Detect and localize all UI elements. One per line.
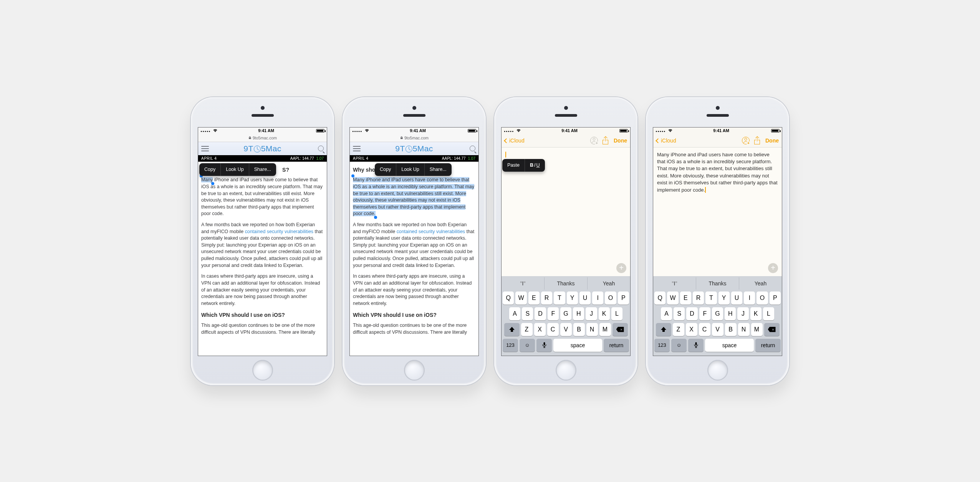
- key-123[interactable]: 123: [654, 339, 670, 352]
- article-link[interactable]: contained security vulnerabilities: [245, 229, 313, 234]
- suggestion-3[interactable]: Yeah: [739, 277, 782, 290]
- key-g[interactable]: G: [712, 307, 723, 320]
- home-button[interactable]: [556, 360, 576, 381]
- key-w[interactable]: W: [667, 292, 678, 305]
- key-u[interactable]: U: [579, 292, 591, 305]
- share-action[interactable]: Share...: [424, 163, 452, 176]
- suggestion-2[interactable]: Thanks: [545, 277, 588, 290]
- key-dictation[interactable]: [688, 339, 704, 352]
- site-logo[interactable]: 9T 5 Mac: [243, 144, 281, 153]
- notes-editor[interactable]: Paste BIU +: [502, 147, 630, 276]
- add-collaborator-icon[interactable]: +: [590, 137, 598, 144]
- lookup-action[interactable]: Look Up: [220, 163, 249, 176]
- key-b[interactable]: B: [725, 323, 737, 336]
- share-icon[interactable]: [603, 137, 608, 144]
- key-o[interactable]: O: [605, 292, 616, 305]
- key-u[interactable]: U: [731, 292, 742, 305]
- key-e[interactable]: E: [680, 292, 691, 305]
- key-i[interactable]: I: [744, 292, 755, 305]
- key-n[interactable]: N: [738, 323, 750, 336]
- key-h[interactable]: H: [725, 307, 736, 320]
- search-icon[interactable]: [470, 146, 475, 151]
- key-j[interactable]: J: [586, 307, 597, 320]
- key-s[interactable]: S: [522, 307, 533, 320]
- suggestion-1[interactable]: "I": [502, 277, 545, 290]
- key-space[interactable]: space: [553, 339, 602, 352]
- key-x[interactable]: X: [534, 323, 546, 336]
- key-n[interactable]: N: [586, 323, 598, 336]
- lookup-action[interactable]: Look Up: [396, 163, 424, 176]
- key-backspace[interactable]: [612, 323, 628, 336]
- key-v[interactable]: V: [712, 323, 723, 336]
- key-shift[interactable]: [656, 323, 671, 336]
- key-g[interactable]: G: [560, 307, 571, 320]
- key-q[interactable]: Q: [654, 292, 665, 305]
- key-l[interactable]: L: [763, 307, 774, 320]
- selected-text[interactable]: Many: [201, 177, 213, 182]
- key-w[interactable]: W: [515, 292, 526, 305]
- key-a[interactable]: A: [661, 307, 672, 320]
- key-z[interactable]: Z: [521, 323, 533, 336]
- key-r[interactable]: R: [693, 292, 704, 305]
- key-o[interactable]: O: [757, 292, 768, 305]
- share-icon[interactable]: [754, 137, 760, 144]
- key-f[interactable]: F: [699, 307, 710, 320]
- key-x[interactable]: X: [686, 323, 697, 336]
- key-dictation[interactable]: [536, 339, 552, 352]
- key-space[interactable]: space: [705, 339, 754, 352]
- key-j[interactable]: J: [737, 307, 748, 320]
- attach-button[interactable]: +: [616, 263, 626, 273]
- home-button[interactable]: [707, 360, 728, 381]
- key-backspace[interactable]: [764, 323, 780, 336]
- suggestion-2[interactable]: Thanks: [696, 277, 739, 290]
- key-r[interactable]: R: [541, 292, 552, 305]
- attach-button[interactable]: +: [768, 263, 778, 273]
- site-logo[interactable]: 9T 5 Mac: [395, 144, 433, 153]
- key-b[interactable]: B: [573, 323, 585, 336]
- key-f[interactable]: F: [548, 307, 559, 320]
- copy-action[interactable]: Copy: [375, 163, 396, 176]
- search-icon[interactable]: [318, 146, 324, 151]
- menu-icon[interactable]: [201, 146, 209, 151]
- key-a[interactable]: A: [509, 307, 520, 320]
- article-body[interactable]: Copy Look Up Share... Why shou Many iPho…: [350, 162, 478, 356]
- key-k[interactable]: K: [750, 307, 761, 320]
- key-z[interactable]: Z: [673, 323, 684, 336]
- key-m[interactable]: M: [751, 323, 763, 336]
- key-return[interactable]: return: [755, 339, 781, 352]
- key-k[interactable]: K: [599, 307, 610, 320]
- done-button[interactable]: Done: [614, 137, 627, 144]
- article-body[interactable]: Copy Look Up Share... S? Many iPhone and…: [198, 162, 327, 356]
- key-return[interactable]: return: [604, 339, 629, 352]
- key-c[interactable]: C: [699, 323, 710, 336]
- safari-url-bar[interactable]: 🔒︎ 9to5mac.com: [198, 134, 327, 142]
- copy-action[interactable]: Copy: [199, 163, 220, 176]
- key-123[interactable]: 123: [503, 339, 518, 352]
- key-e[interactable]: E: [528, 292, 540, 305]
- key-t[interactable]: T: [705, 292, 717, 305]
- key-i[interactable]: I: [592, 292, 603, 305]
- notes-editor[interactable]: Many iPhone and iPad users have come to …: [653, 147, 782, 276]
- share-action[interactable]: Share...: [249, 163, 276, 176]
- key-p[interactable]: P: [618, 292, 629, 305]
- key-c[interactable]: C: [547, 323, 559, 336]
- back-button[interactable]: iCloud: [505, 137, 525, 144]
- key-q[interactable]: Q: [503, 292, 514, 305]
- key-v[interactable]: V: [560, 323, 572, 336]
- article-link[interactable]: contained security vulnerabilities: [397, 229, 465, 234]
- key-shift[interactable]: [504, 323, 520, 336]
- done-button[interactable]: Done: [765, 137, 779, 144]
- key-p[interactable]: P: [770, 292, 781, 305]
- home-button[interactable]: [252, 360, 273, 381]
- home-button[interactable]: [404, 360, 425, 381]
- key-d[interactable]: D: [535, 307, 546, 320]
- paste-action[interactable]: Paste: [502, 159, 525, 172]
- menu-icon[interactable]: [353, 146, 361, 151]
- key-emoji[interactable]: ☺: [671, 339, 687, 352]
- key-y[interactable]: Y: [567, 292, 578, 305]
- key-emoji[interactable]: ☺: [520, 339, 535, 352]
- key-d[interactable]: D: [686, 307, 697, 320]
- key-s[interactable]: S: [674, 307, 685, 320]
- back-button[interactable]: iCloud: [656, 137, 676, 144]
- suggestion-3[interactable]: Yeah: [588, 277, 630, 290]
